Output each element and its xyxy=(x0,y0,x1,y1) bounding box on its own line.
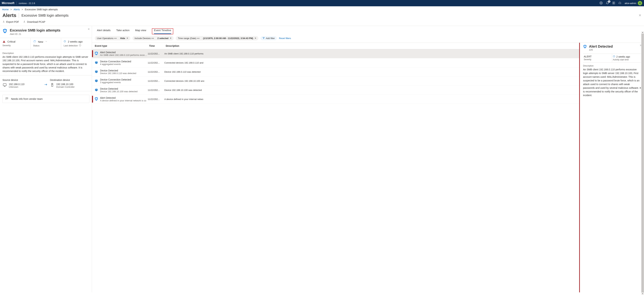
note-text: Needs info from vendor team xyxy=(11,97,43,100)
download-pcap-label: Download PCAP xyxy=(27,20,45,23)
table-row[interactable]: Device DetectedDevice 192.168.10.100 was… xyxy=(92,86,579,95)
source-ip: 192.168.0.110 xyxy=(9,83,24,86)
arrow-right-icon xyxy=(42,79,50,86)
table-row[interactable]: Device Connection Detected3 aggregated e… xyxy=(92,76,579,86)
detection-label: Last detection xyxy=(64,44,78,47)
svg-line-10 xyxy=(34,42,34,42)
close-button[interactable] xyxy=(638,14,642,17)
detection-value: 2 weeks ago xyxy=(68,40,82,43)
svg-line-6 xyxy=(34,41,34,41)
top-bar: Microsoft contoso - 22.2.6 0 alice-admin… xyxy=(0,0,644,6)
filter-bar: User Operations == Hide Include Devices … xyxy=(92,34,644,42)
page-scrollbar[interactable] xyxy=(641,31,644,295)
cube-icon xyxy=(94,61,98,65)
description-text: An SMB client 192.168.0.110 performs exc… xyxy=(2,55,89,73)
clock-icon xyxy=(64,40,66,43)
tab-alert-details[interactable]: Alert details xyxy=(97,29,110,34)
svg-point-26 xyxy=(96,54,96,54)
book-icon[interactable] xyxy=(612,1,615,5)
reset-filters-link[interactable]: Reset filters xyxy=(279,37,291,39)
export-pdf-button[interactable]: Export PDF xyxy=(2,20,19,23)
source-device-label: Source device xyxy=(2,79,42,81)
table-row[interactable]: Alert DetectedA device defined in your i… xyxy=(92,95,579,104)
crumb-alerts[interactable]: Alerts xyxy=(14,8,20,11)
info-icon[interactable] xyxy=(79,44,81,47)
shield-alert-icon xyxy=(2,28,7,34)
note-box[interactable]: Needs info from vendor team xyxy=(2,95,89,103)
table-row[interactable]: Alert DetectedAn SMB client 192.168.0.11… xyxy=(92,49,579,58)
detail-desc-text: An SMB client 192.168.0.110 performs exc… xyxy=(583,68,641,97)
tab-take-action[interactable]: Take action xyxy=(116,29,130,34)
tabs: Alert details Take action Map view Event… xyxy=(92,26,644,34)
chevron-down-icon xyxy=(45,40,48,43)
row-time: 11/22/202... xyxy=(148,52,164,55)
destination-ip: 192.168.10.100 xyxy=(56,83,75,86)
page-title: Alerts xyxy=(2,12,16,18)
stat-strip: Critical Severity New Status 2 weeks ago… xyxy=(0,38,92,49)
gear-icon[interactable] xyxy=(600,1,603,5)
cloud-icon[interactable] xyxy=(618,1,622,5)
row-description: Device 192.168.0.110 was detected xyxy=(164,70,579,73)
crumb-home[interactable]: Home xyxy=(2,8,8,11)
row-description: A device defined in your internal netwo xyxy=(164,98,579,100)
row-subtitle: Device 192.168.10.100 was detected xyxy=(100,90,138,93)
add-filter-button[interactable]: Add filter xyxy=(260,36,277,40)
svg-point-2 xyxy=(5,31,5,32)
user-menu[interactable]: alice-admin A xyxy=(625,1,642,5)
chat-icon xyxy=(5,97,8,101)
col-description[interactable]: Description xyxy=(164,44,579,47)
detail-desc-label: Description xyxy=(583,65,641,67)
col-event-type[interactable]: Event type xyxy=(94,44,148,47)
svg-point-22 xyxy=(6,98,6,98)
row-description: An SMB client 192.168.0.110 performs xyxy=(164,52,579,55)
table-row[interactable]: Device DetectedDevice 192.168.0.110 was … xyxy=(92,67,579,76)
svg-point-28 xyxy=(96,99,96,100)
svg-line-7 xyxy=(35,42,36,42)
collapse-button[interactable] xyxy=(87,28,90,31)
tab-map-view[interactable]: Map view xyxy=(135,29,146,34)
cube-icon xyxy=(94,88,98,92)
svg-point-3 xyxy=(4,42,4,42)
status-cell[interactable]: New Status xyxy=(31,38,61,49)
detail-start-label: Activity start time xyxy=(613,58,640,61)
detail-id: 225 xyxy=(589,48,613,51)
filter-icon xyxy=(262,37,265,39)
row-description: Connected devices 192.168.0.110 and xyxy=(164,61,579,64)
shield-alert-icon xyxy=(94,51,98,56)
row-time: 11/22/202... xyxy=(148,70,164,73)
close-icon[interactable] xyxy=(254,37,256,39)
table-header: Event type Time Description xyxy=(92,43,579,49)
spinner-icon xyxy=(33,40,36,43)
cube-icon xyxy=(94,79,98,83)
row-title: Alert Detected xyxy=(100,96,146,99)
row-title: Device Detected xyxy=(100,69,136,72)
monitor-icon xyxy=(2,83,7,87)
destination-type: Domain Controller xyxy=(56,86,75,88)
row-description: Connected devices 192.168.10.100 anc xyxy=(164,80,579,82)
shield-alert-icon xyxy=(94,97,98,102)
detail-severity-value: ALERT xyxy=(584,55,611,58)
cube-icon xyxy=(94,70,98,74)
row-title: Device Connection Detected xyxy=(100,78,131,81)
crumb-current: Excessive SMB login attempts xyxy=(25,8,58,11)
detail-severity-label: Severity xyxy=(584,58,611,61)
download-icon xyxy=(23,20,26,23)
close-icon[interactable] xyxy=(126,37,128,39)
col-time[interactable]: Time xyxy=(148,44,164,47)
filter-time-range[interactable]: Time range (Date) == (1/1/1970, 2:00:00 … xyxy=(176,36,258,40)
row-time: 11/22/202... xyxy=(148,89,164,91)
filter-include-devices[interactable]: Include Devices == 2 selected xyxy=(132,36,174,40)
table-row[interactable]: Device Connection Detected4 aggregated e… xyxy=(92,58,579,67)
notification-icon[interactable]: 0 xyxy=(606,1,609,5)
destination-device-label: Destination device xyxy=(50,79,89,81)
filter-user-operations[interactable]: User Operations == Hide xyxy=(95,36,130,40)
alert-title: Excessive SMB login attempts xyxy=(10,28,60,32)
left-pane: Excessive SMB login attempts Alert ID: 2… xyxy=(0,26,92,292)
breadcrumb: Home > Alerts > Excessive SMB login atte… xyxy=(0,6,644,12)
close-icon[interactable] xyxy=(170,37,172,39)
download-pcap-button[interactable]: Download PCAP xyxy=(23,20,45,23)
tab-event-timeline[interactable]: Event Timeline xyxy=(154,29,171,34)
row-time: 11/22/202... xyxy=(148,98,164,100)
detail-pane: Alert Detected 225 ALERT Severity 2 week… xyxy=(579,43,644,292)
row-time: 11/22/202... xyxy=(148,80,164,82)
